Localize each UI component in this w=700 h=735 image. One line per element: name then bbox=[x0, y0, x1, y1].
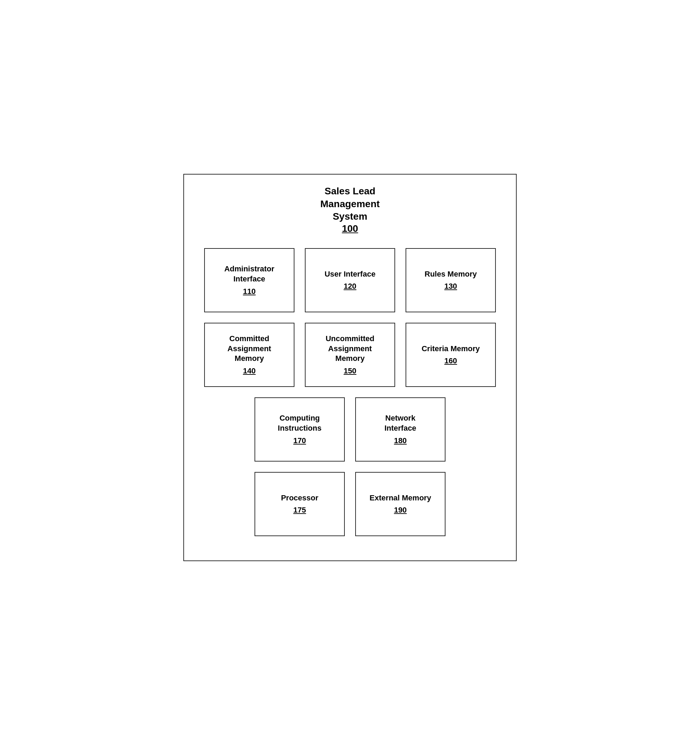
row-2: CommittedAssignmentMemory 140 Uncommitte… bbox=[198, 323, 502, 387]
box-label-processor: Processor bbox=[281, 493, 318, 503]
box-label-user-interface: User Interface bbox=[325, 269, 376, 279]
box-user-interface: User Interface 120 bbox=[305, 248, 395, 312]
title-line1: Sales Lead bbox=[320, 185, 379, 198]
box-label-committed-assignment-memory: CommittedAssignmentMemory bbox=[228, 334, 271, 364]
main-title: Sales Lead Management System 100 bbox=[320, 185, 379, 234]
box-administrator-interface: AdministratorInterface 110 bbox=[204, 248, 294, 312]
box-label-administrator-interface: AdministratorInterface bbox=[224, 264, 274, 284]
box-number-160: 160 bbox=[444, 356, 457, 365]
box-label-network-interface: NetworkInterface bbox=[384, 413, 416, 433]
box-number-175: 175 bbox=[293, 506, 306, 515]
box-network-interface: NetworkInterface 180 bbox=[355, 398, 446, 462]
outer-frame: Sales Lead Management System 100 Adminis… bbox=[183, 174, 517, 561]
box-label-rules-memory: Rules Memory bbox=[425, 269, 477, 279]
box-committed-assignment-memory: CommittedAssignmentMemory 140 bbox=[204, 323, 294, 387]
box-number-190: 190 bbox=[394, 506, 407, 515]
box-number-170: 170 bbox=[293, 436, 306, 445]
box-number-130: 130 bbox=[444, 282, 457, 291]
box-external-memory: External Memory 190 bbox=[355, 472, 446, 536]
box-number-120: 120 bbox=[344, 282, 357, 291]
box-label-external-memory: External Memory bbox=[369, 493, 431, 503]
box-criteria-memory: Criteria Memory 160 bbox=[406, 323, 496, 387]
box-number-140: 140 bbox=[243, 367, 256, 376]
box-processor: Processor 175 bbox=[254, 472, 345, 536]
row-4: Processor 175 External Memory 190 bbox=[254, 472, 446, 536]
row-3: ComputingInstructions 170 NetworkInterfa… bbox=[254, 398, 446, 462]
title-number: 100 bbox=[320, 223, 379, 234]
box-number-180: 180 bbox=[394, 436, 407, 445]
box-uncommitted-assignment-memory: UncommittedAssignmentMemory 150 bbox=[305, 323, 395, 387]
title-line3: System bbox=[320, 210, 379, 223]
row-1: AdministratorInterface 110 User Interfac… bbox=[198, 248, 502, 312]
box-label-criteria-memory: Criteria Memory bbox=[422, 344, 480, 354]
box-number-110: 110 bbox=[243, 287, 256, 296]
box-label-computing-instructions: ComputingInstructions bbox=[278, 413, 322, 433]
box-computing-instructions: ComputingInstructions 170 bbox=[254, 398, 345, 462]
box-rules-memory: Rules Memory 130 bbox=[406, 248, 496, 312]
box-label-uncommitted-assignment-memory: UncommittedAssignmentMemory bbox=[326, 334, 375, 364]
title-line2: Management bbox=[320, 198, 379, 210]
box-number-150: 150 bbox=[344, 367, 357, 376]
